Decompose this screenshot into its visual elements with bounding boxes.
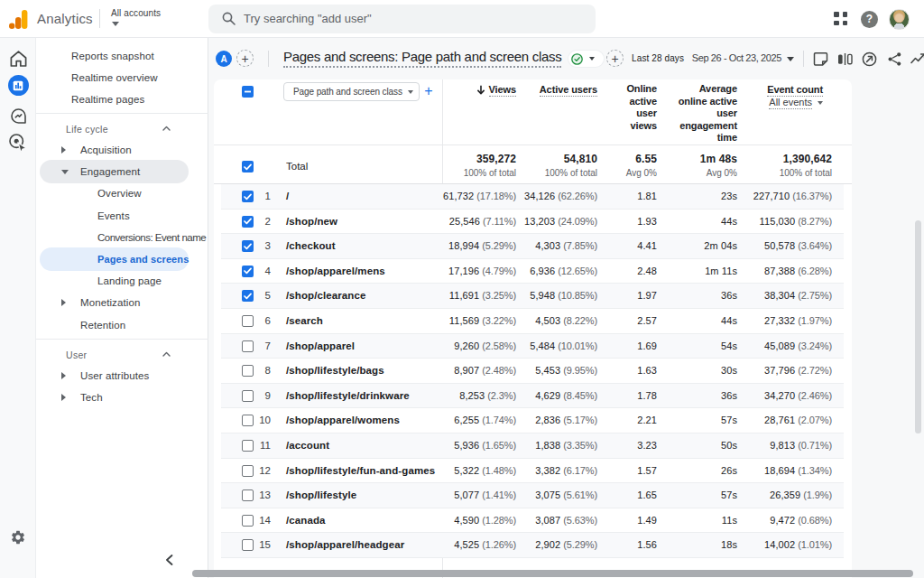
nav-item-pages-and-screens[interactable]: Pages and screens: [40, 247, 189, 271]
date-range-label: Last 28 days: [632, 53, 684, 63]
nav-item-reports-snapshot[interactable]: Reports snapshot: [40, 44, 208, 68]
rail-home-icon[interactable]: [0, 51, 36, 67]
row-checkbox[interactable]: [242, 440, 254, 452]
column-header-views[interactable]: Views: [476, 84, 517, 97]
table-row: 12/shop/lifestyle/fun-and-games5,322 (1.…: [221, 459, 844, 484]
event-filter-dropdown[interactable]: All events: [769, 97, 823, 107]
compare-icon[interactable]: [837, 51, 853, 67]
admin-gear-icon[interactable]: [10, 529, 26, 545]
share-icon[interactable]: [887, 51, 902, 67]
row-checkbox[interactable]: [242, 515, 254, 527]
event-count-cell: 18,694 (1.34%): [764, 459, 832, 483]
nav-item-label: User attributes: [80, 370, 149, 381]
select-all-checkbox[interactable]: [242, 86, 254, 98]
event-count-cell: 87,388 (6.28%): [764, 259, 832, 284]
section-collapse-icon[interactable]: [162, 351, 171, 357]
page-path-cell: /shop/lifestyle/bags: [286, 359, 384, 383]
rail-advertising-icon[interactable]: [0, 133, 36, 153]
customize-report-button[interactable]: +: [606, 50, 624, 67]
active-users-cell: 4,503 (8.22%): [535, 309, 597, 333]
add-comparison-button[interactable]: +: [236, 50, 254, 67]
report-status-badge[interactable]: [568, 51, 604, 67]
totals-checkbox[interactable]: [242, 161, 254, 172]
nav-item-tech[interactable]: Tech: [40, 386, 208, 409]
table-row: 7/shop/apparel9,260 (2.58%)5,484 (10.01%…: [221, 334, 844, 359]
row-checkbox[interactable]: [242, 415, 254, 426]
nav-item-realtime-pages[interactable]: Realtime pages: [40, 88, 208, 111]
vertical-scrollbar[interactable]: [915, 220, 921, 434]
row-checkbox[interactable]: [242, 315, 254, 327]
analytics-logo-icon[interactable]: [9, 9, 29, 29]
row-checkbox[interactable]: [242, 390, 254, 402]
event-count-cell: 14,002 (1.01%): [764, 533, 832, 557]
report-title[interactable]: Pages and screens: Page path and screen …: [283, 49, 561, 68]
row-checkbox[interactable]: [242, 539, 254, 551]
nav-item-acquisition[interactable]: Acquisition: [40, 138, 208, 162]
row-index: 15: [259, 533, 271, 557]
nav-item-conversions-event-name[interactable]: Conversions: Event name: [40, 226, 208, 249]
avg-time-cell: 54s: [721, 334, 737, 359]
nav-item-overview[interactable]: Overview: [40, 182, 208, 205]
column-header-avg-engagement-time[interactable]: Averageonline activeuserengagementtime: [679, 83, 737, 144]
collapsed-arrow-icon[interactable]: [61, 372, 66, 379]
rail-reports-icon[interactable]: [0, 75, 36, 96]
row-index: 7: [265, 334, 271, 359]
dimension-selector[interactable]: Page path and screen class: [283, 82, 420, 101]
help-icon[interactable]: ?: [861, 11, 878, 28]
collapsed-arrow-icon[interactable]: [61, 146, 66, 154]
report-table-card: Page path and screen class + Views Activ…: [214, 79, 852, 578]
online-views-cell: 2.48: [637, 259, 657, 284]
event-count-cell: 45,089 (3.24%): [764, 334, 832, 359]
row-checkbox[interactable]: [242, 340, 254, 352]
row-checkbox-checked[interactable]: [242, 290, 254, 302]
row-checkbox-checked[interactable]: [242, 266, 254, 277]
collapse-nav-button[interactable]: [158, 549, 180, 571]
add-dimension-button[interactable]: +: [419, 81, 439, 101]
nav-item-realtime-overview[interactable]: Realtime overview: [40, 66, 208, 89]
nav-item-events[interactable]: Events: [40, 204, 208, 228]
row-checkbox-checked[interactable]: [242, 216, 254, 228]
page-path-cell: /shop/new: [286, 210, 337, 234]
row-checkbox[interactable]: [242, 465, 254, 477]
explore-link-icon[interactable]: [862, 51, 877, 67]
totals-views: 359,272100% of total: [464, 153, 516, 178]
active-users-cell: 4,303 (7.85%): [535, 234, 597, 258]
row-checkbox[interactable]: [242, 489, 254, 501]
row-checkbox[interactable]: [242, 365, 254, 377]
diagnostics-grid-icon[interactable]: [834, 12, 848, 26]
collapsed-arrow-icon[interactable]: [61, 299, 66, 306]
avg-time-cell: 18s: [721, 533, 737, 557]
row-checkbox-checked[interactable]: [242, 240, 254, 252]
nav-item-engagement[interactable]: Engagement: [40, 160, 189, 183]
avatar[interactable]: [889, 9, 910, 30]
expanded-arrow-icon[interactable]: [61, 170, 69, 174]
row-index: 5: [265, 284, 271, 308]
section-collapse-icon[interactable]: [162, 126, 171, 131]
nav-section-life-cycle[interactable]: Life cycle: [40, 118, 203, 140]
table-row: 10/shop/apparel/womens6,255 (1.74%)2,836…: [221, 408, 844, 434]
event-count-cell: 38,304 (2.75%): [764, 284, 832, 308]
nav-item-monetization[interactable]: Monetization: [40, 291, 208, 314]
collapsed-arrow-icon[interactable]: [61, 394, 66, 401]
property-badge[interactable]: A: [216, 51, 232, 67]
dimension-selector-value: Page path and screen class: [293, 87, 402, 97]
column-header-online-active-user-views[interactable]: Onlineactiveuserviews: [626, 83, 657, 132]
nav-item-retention[interactable]: Retention: [40, 313, 208, 337]
account-picker[interactable]: All accounts: [111, 8, 161, 26]
row-checkbox-checked[interactable]: [242, 191, 254, 202]
column-header-event-count[interactable]: Event count: [767, 84, 823, 97]
online-views-cell: 1.49: [637, 508, 657, 533]
column-header-active-users[interactable]: Active users: [540, 84, 597, 97]
note-icon[interactable]: [813, 51, 828, 67]
date-range-value[interactable]: Sep 26 - Oct 23, 2025: [692, 52, 781, 63]
search-bar[interactable]: Try searching "add user": [208, 5, 596, 33]
nav-item-landing-page[interactable]: Landing page: [40, 269, 208, 293]
nav-item-user-attributes[interactable]: User attributes: [40, 364, 208, 387]
insights-icon[interactable]: [910, 51, 924, 67]
totals-active-users: 54,810100% of total: [545, 153, 597, 178]
rail-explore-icon[interactable]: [0, 107, 36, 125]
horizontal-scrollbar[interactable]: [192, 570, 913, 577]
avg-time-cell: 26s: [721, 459, 737, 483]
nav-section-user[interactable]: User: [40, 344, 203, 366]
page-path-cell: /canada: [286, 508, 326, 533]
